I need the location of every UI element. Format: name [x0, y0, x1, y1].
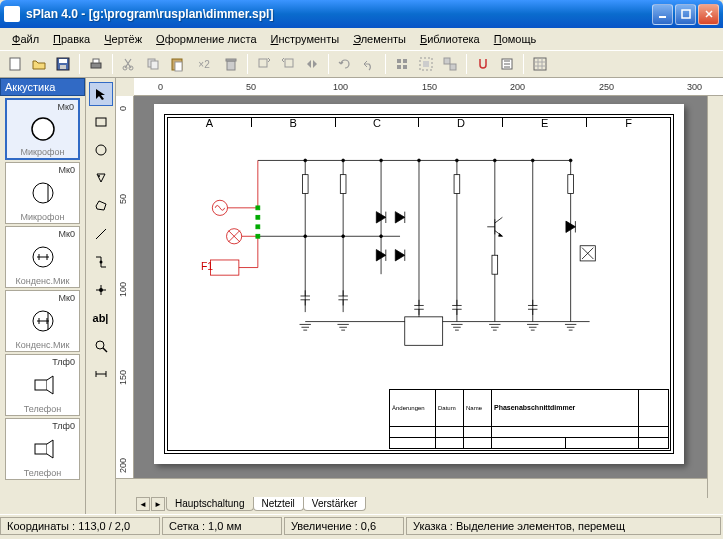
minimize-button[interactable]	[652, 4, 673, 25]
palette-item[interactable]: Мк0 Конденс.Мик	[5, 226, 80, 288]
svg-rect-147	[210, 260, 238, 275]
redo-button[interactable]	[358, 53, 380, 75]
close-button[interactable]	[698, 4, 719, 25]
svg-point-133	[342, 159, 345, 162]
page-tab[interactable]: Hauptschaltung	[166, 497, 254, 511]
window-titlebar: sPlan 4.0 - [g:\program\rusplan\dimmer.s…	[0, 0, 723, 28]
palette-item[interactable]: Мк0 Конденс.Мик	[5, 290, 80, 352]
flip-h-button[interactable]	[301, 53, 323, 75]
save-button[interactable]	[52, 53, 74, 75]
svg-rect-2	[10, 58, 20, 70]
svg-point-53	[99, 261, 102, 264]
align-button[interactable]	[391, 53, 413, 75]
maximize-button[interactable]	[675, 4, 696, 25]
ruler-vertical: 0 50 100 150 200	[116, 96, 134, 478]
group-button[interactable]	[415, 53, 437, 75]
menu-drawing[interactable]: Чертёж	[98, 31, 148, 47]
svg-rect-19	[403, 59, 407, 63]
status-zoom: Увеличение : 0,6	[284, 517, 404, 535]
svg-rect-25	[450, 64, 456, 70]
text-tool[interactable]: ab|	[89, 306, 113, 330]
cut-button[interactable]	[118, 53, 140, 75]
svg-rect-49	[96, 118, 106, 126]
page-tabs: ◄ ► Hauptschaltung Netzteil Verstärker	[116, 494, 723, 514]
undo-button[interactable]	[334, 53, 356, 75]
list-button[interactable]	[496, 53, 518, 75]
svg-rect-13	[175, 62, 182, 71]
menu-help[interactable]: Помощь	[488, 31, 543, 47]
drawing-canvas[interactable]: ABCDEF	[134, 96, 723, 478]
ruler-horizontal: 0 50 100 150 200 250 300	[134, 78, 723, 96]
svg-rect-156	[256, 215, 260, 219]
circle-tool[interactable]	[89, 138, 113, 162]
node-tool[interactable]	[89, 278, 113, 302]
pointer-tool[interactable]	[89, 82, 113, 106]
page-tab[interactable]: Verstärker	[303, 497, 367, 511]
scrollbar-vertical[interactable]	[707, 96, 723, 478]
rotate-ccw-button[interactable]	[277, 53, 299, 75]
svg-point-36	[33, 183, 53, 203]
status-grid: Сетка : 1,0 мм	[162, 517, 282, 535]
menu-elements[interactable]: Элементы	[347, 31, 412, 47]
svg-rect-5	[60, 65, 66, 69]
zoom-tool[interactable]	[89, 334, 113, 358]
menu-library[interactable]: Библиотека	[414, 31, 486, 47]
svg-line-52	[96, 229, 106, 239]
palette-item[interactable]: Тлф0 Телефон	[5, 418, 80, 480]
svg-rect-157	[256, 225, 260, 229]
palette-item[interactable]: Тлф0 Телефон	[5, 354, 80, 416]
canvas-area: 0 50 100 150 200 250 300 0 50 100 150 20…	[116, 78, 723, 514]
svg-rect-24	[444, 58, 450, 64]
svg-rect-15	[226, 59, 236, 61]
svg-rect-17	[285, 59, 293, 67]
tab-prev-button[interactable]: ◄	[136, 497, 150, 511]
svg-rect-77	[492, 255, 498, 274]
menu-edit[interactable]: Правка	[47, 31, 96, 47]
scrollbar-horizontal[interactable]	[116, 478, 723, 494]
drawing-tools: ab|	[86, 78, 116, 514]
measure-tool[interactable]	[89, 362, 113, 386]
paste-button[interactable]	[166, 53, 188, 75]
svg-line-58	[103, 348, 107, 352]
svg-rect-1	[682, 10, 690, 18]
menu-pagelayout[interactable]: Оформление листа	[150, 31, 262, 47]
palette-item[interactable]: Мк0 Микрофон	[5, 98, 80, 160]
svg-rect-128	[405, 317, 443, 345]
open-button[interactable]	[28, 53, 50, 75]
svg-rect-75	[454, 175, 460, 194]
svg-rect-18	[397, 59, 401, 63]
delete-button[interactable]	[220, 53, 242, 75]
wire-tool[interactable]	[89, 250, 113, 274]
svg-rect-48	[35, 444, 47, 454]
ungroup-button[interactable]	[439, 53, 461, 75]
palette-item[interactable]: Мк0 Микрофон	[5, 162, 80, 224]
svg-point-57	[96, 341, 104, 349]
rotate-cw-button[interactable]	[253, 53, 275, 75]
new-button[interactable]	[4, 53, 26, 75]
menu-file[interactable]: Файл	[6, 31, 45, 47]
svg-rect-20	[397, 65, 401, 69]
status-coords: Координаты : 113,0 / 2,0	[0, 517, 160, 535]
grid-button[interactable]	[529, 53, 551, 75]
print-button[interactable]	[85, 53, 107, 75]
svg-rect-7	[93, 59, 99, 63]
svg-point-137	[493, 159, 496, 162]
schematic-page: ABCDEF	[154, 104, 684, 464]
toolbar: ×2	[0, 50, 723, 78]
duplicate-button[interactable]: ×2	[190, 53, 218, 75]
page-tab[interactable]: Netzteil	[253, 497, 304, 511]
rect-tool[interactable]	[89, 110, 113, 134]
line-tool[interactable]	[89, 222, 113, 246]
polygon-tool[interactable]	[89, 194, 113, 218]
menu-tools[interactable]: Инструменты	[265, 31, 346, 47]
window-title: sPlan 4.0 - [g:\program\rusplan\dimmer.s…	[26, 7, 652, 21]
palette-category[interactable]: Аккустика	[0, 78, 85, 96]
svg-point-50	[96, 145, 106, 155]
snap-button[interactable]	[472, 53, 494, 75]
svg-rect-73	[302, 175, 308, 194]
special-tool[interactable]	[89, 166, 113, 190]
svg-point-132	[304, 159, 307, 162]
app-icon	[4, 6, 20, 22]
copy-button[interactable]	[142, 53, 164, 75]
tab-next-button[interactable]: ►	[151, 497, 165, 511]
